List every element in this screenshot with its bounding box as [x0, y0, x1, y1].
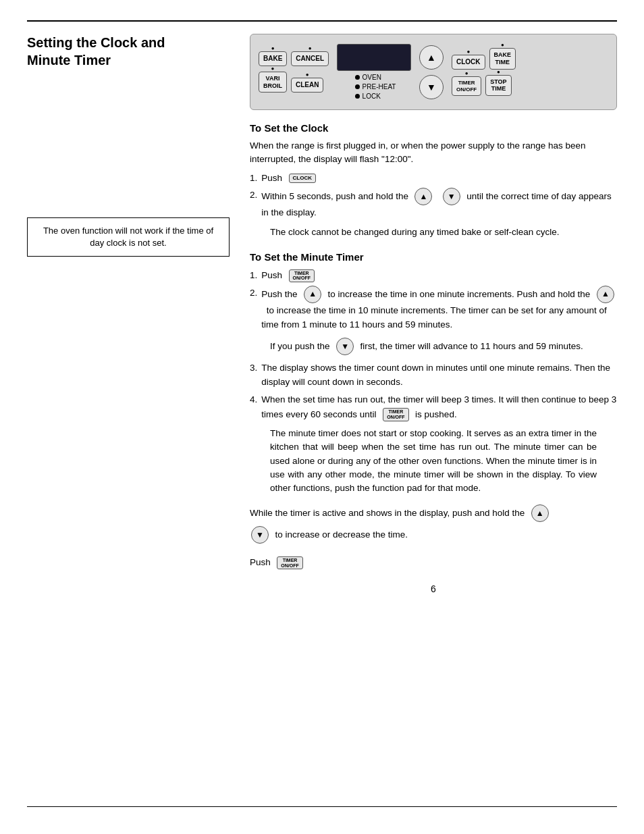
up-arrow-button[interactable]: ▲	[419, 45, 444, 70]
step4-end: is pushed.	[415, 409, 457, 419]
bake-button[interactable]: BAKE	[259, 51, 287, 66]
page: Setting the Clock and Minute Timer The o…	[0, 0, 644, 834]
bottom-border	[27, 806, 617, 807]
clock-inline-btn[interactable]: CLOCK	[289, 174, 316, 183]
timer-onoff-inline-btn2[interactable]: TIMERON/OFF	[383, 408, 408, 421]
down-arrow-inline[interactable]: ▼	[443, 188, 460, 205]
step1-push-label: Push	[261, 173, 282, 183]
set-clock-step2: 2. Within 5 seconds, push and hold the ▲…	[250, 188, 617, 220]
top-border	[27, 20, 617, 22]
warning-text: The oven function will not work if the t…	[43, 226, 213, 248]
stop-time-button[interactable]: STOPTIME	[485, 75, 511, 97]
display-panel	[337, 44, 411, 71]
set-timer-heading: To Set the Minute Timer	[250, 251, 617, 263]
indicator-group: OVEN PRE-HEAT LOCK	[355, 74, 396, 100]
step2-timer-end: to increase the time in 10 minute increm…	[261, 305, 607, 330]
bake-time-button[interactable]: BAKETIME	[489, 48, 516, 70]
vari-broil-button[interactable]: VARIBROIL	[259, 72, 287, 93]
while-down-arrow[interactable]: ▼	[251, 526, 269, 544]
oven-indicator: OVEN	[355, 74, 396, 81]
timer-footer-note: The minute timer does not start or stop …	[270, 427, 597, 495]
left-column: Setting the Clock and Minute Timer The o…	[27, 34, 230, 594]
set-timer-step4: 4. When the set time has run out, the ti…	[250, 392, 617, 421]
while-up-arrow[interactable]: ▲	[531, 504, 549, 522]
page-title: Setting the Clock and Minute Timer	[27, 34, 230, 69]
step3-text: The display shows the timer count down i…	[261, 361, 617, 390]
clean-button[interactable]: CLEAN	[291, 78, 323, 93]
set-timer-step3: 3. The display shows the timer count dow…	[250, 361, 617, 390]
oven-label: OVEN	[363, 74, 381, 81]
timer-down-inline[interactable]: ▼	[336, 338, 354, 355]
timer-onoff-inline-btn[interactable]: TIMERON/OFF	[289, 269, 315, 282]
right-column: BAKE CANCEL VARIBROIL CLEAN	[250, 34, 617, 594]
up-arrow-inline[interactable]: ▲	[414, 188, 432, 205]
clock-button[interactable]: CLOCK	[452, 55, 485, 70]
while-text: While the timer is active and shows in t…	[250, 504, 617, 522]
timer-onoff-final-btn[interactable]: TIMERON/OFF	[277, 556, 302, 569]
push-text-final: Push TIMERON/OFF	[250, 556, 617, 569]
while-end-text: to increase or decrease the time.	[275, 529, 408, 540]
warning-box: The oven function will not work if the t…	[27, 217, 230, 257]
down-arrow-button[interactable]: ▼	[419, 75, 444, 99]
oven-dot	[355, 75, 360, 80]
lock-label: LOCK	[363, 93, 381, 100]
panel-top-section: BAKE CANCEL VARIBROIL CLEAN	[259, 44, 608, 100]
set-clock-intro: When the range is first plugged in, or w…	[250, 139, 617, 167]
preheat-dot	[355, 84, 360, 89]
timer-up-inline[interactable]: ▲	[304, 286, 321, 303]
preheat-indicator: PRE-HEAT	[355, 83, 396, 90]
timer-onoff-button[interactable]: TIMERON/OFF	[452, 76, 481, 96]
note1-end: first, the timer will advance to 11 hour…	[360, 340, 583, 350]
set-timer-step1: 1. Push TIMERON/OFF	[250, 268, 617, 283]
set-clock-note: The clock cannot be changed during any t…	[270, 226, 597, 239]
lock-indicator: LOCK	[355, 93, 396, 100]
while-down-text: ▼ to increase or decrease the time.	[250, 526, 617, 544]
cancel-button[interactable]: CANCEL	[291, 51, 329, 66]
set-timer-step2: 2. Push the ▲ to increase the time in on…	[250, 286, 617, 332]
content-area: Setting the Clock and Minute Timer The o…	[27, 34, 617, 594]
timer-note1: If you push the ▼ first, the timer will …	[270, 338, 597, 355]
set-clock-heading: To Set the Clock	[250, 122, 617, 134]
arrow-column: ▲ ▼	[419, 45, 444, 99]
push-label: Push	[250, 557, 271, 567]
while-pre: While the timer is active and shows in t…	[250, 508, 525, 518]
timer-up-inline2[interactable]: ▲	[597, 286, 614, 303]
step2-pre-text: Within 5 seconds, push and hold the	[261, 191, 408, 201]
timer-push-label: Push	[261, 270, 282, 280]
lock-dot	[355, 94, 360, 99]
page-number: 6	[250, 583, 617, 594]
preheat-label: PRE-HEAT	[363, 83, 396, 90]
step2-timer-mid: to increase the time in one minute incre…	[328, 288, 591, 298]
note1-pre: If you push the	[270, 340, 330, 350]
panel-diagram: BAKE CANCEL VARIBROIL CLEAN	[250, 34, 617, 110]
set-clock-step1: 1. Push CLOCK	[250, 171, 617, 186]
step2-timer-pre: Push the	[261, 288, 297, 298]
